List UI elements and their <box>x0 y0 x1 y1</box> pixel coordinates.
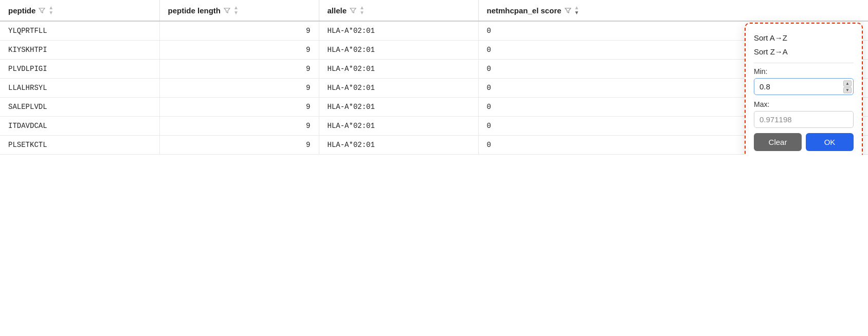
filter-popup: Sort A→Z Sort Z→A Min: ▲ ▼ Max: Clear OK <box>745 23 863 155</box>
table-row: LLALHRSYL 9 HLA-A*02:01 0 <box>0 79 868 98</box>
table-row: YLQPRTFLL 9 HLA-A*02:01 0 <box>0 21 868 41</box>
table-body: YLQPRTFLL 9 HLA-A*02:01 0 KIYSKHTPI 9 HL… <box>0 21 868 155</box>
max-input-wrapper <box>754 111 854 128</box>
table-row: PLSETKCTL 9 HLA-A*02:01 0 <box>0 136 868 155</box>
table-row: PLVDLPIGI 9 HLA-A*02:01 0 <box>0 60 868 79</box>
sort-down-length[interactable]: ▼ <box>233 10 239 15</box>
cell-allele: HLA-A*02:01 <box>319 60 478 79</box>
col-label-score: netmhcpan_el score <box>487 6 562 15</box>
cell-allele: HLA-A*02:01 <box>319 21 478 41</box>
min-input-wrapper: ▲ ▼ <box>754 78 854 95</box>
cell-allele: HLA-A*02:01 <box>319 98 478 117</box>
spin-up-button[interactable]: ▲ <box>843 80 852 86</box>
sort-arrows-allele[interactable]: ▲ ▼ <box>359 5 365 15</box>
cell-allele: HLA-A*02:01 <box>319 136 478 155</box>
col-header-score: netmhcpan_el score ▲ ▼ <box>478 0 868 21</box>
col-header-length: peptide length ▲ ▼ <box>159 0 319 21</box>
data-table: peptide ▲ ▼ peptide l <box>0 0 868 155</box>
cell-allele: HLA-A*02:01 <box>319 79 478 98</box>
spin-down-button[interactable]: ▼ <box>843 87 852 93</box>
cell-peptide: PLSETKCTL <box>0 136 159 155</box>
cell-length: 9 <box>159 60 319 79</box>
col-label-length: peptide length <box>168 6 221 15</box>
filter-icon-peptide[interactable] <box>39 7 45 14</box>
min-spin-buttons: ▲ ▼ <box>843 80 852 93</box>
sort-down-score[interactable]: ▼ <box>574 10 580 15</box>
col-header-peptide: peptide ▲ ▼ <box>0 0 159 21</box>
sort-arrows-length[interactable]: ▲ ▼ <box>233 5 239 15</box>
table-header-row: peptide ▲ ▼ peptide l <box>0 0 868 21</box>
col-label-peptide: peptide <box>8 6 35 15</box>
cell-peptide: YLQPRTFLL <box>0 21 159 41</box>
popup-divider <box>754 63 854 63</box>
cell-length: 9 <box>159 136 319 155</box>
cell-peptide: KIYSKHTPI <box>0 41 159 60</box>
cell-peptide: SALEPLVDL <box>0 98 159 117</box>
sort-arrows-peptide[interactable]: ▲ ▼ <box>48 5 53 15</box>
table-row: SALEPLVDL 9 HLA-A*02:01 0 <box>0 98 868 117</box>
cell-allele: HLA-A*02:01 <box>319 41 478 60</box>
col-header-allele: allele ▲ ▼ <box>319 0 478 21</box>
cell-peptide: ITDAVDCAL <box>0 117 159 136</box>
cell-allele: HLA-A*02:01 <box>319 117 478 136</box>
ok-button[interactable]: OK <box>806 133 854 151</box>
cell-length: 9 <box>159 79 319 98</box>
table-row: KIYSKHTPI 9 HLA-A*02:01 0 <box>0 41 868 60</box>
sort-za-option[interactable]: Sort Z→A <box>754 45 854 59</box>
table-row: ITDAVDCAL 9 HLA-A*02:01 0 <box>0 117 868 136</box>
filter-icon-length[interactable] <box>224 7 230 14</box>
cell-length: 9 <box>159 21 319 41</box>
filter-icon-allele[interactable] <box>350 7 356 14</box>
sort-down-allele[interactable]: ▼ <box>359 10 365 15</box>
filter-icon-score[interactable] <box>565 7 571 14</box>
cell-length: 9 <box>159 117 319 136</box>
min-label: Min: <box>754 67 854 76</box>
min-input[interactable] <box>754 78 854 95</box>
clear-button[interactable]: Clear <box>754 133 802 151</box>
max-input[interactable] <box>754 111 854 128</box>
table-container: peptide ▲ ▼ peptide l <box>0 0 868 155</box>
cell-length: 9 <box>159 41 319 60</box>
cell-length: 9 <box>159 98 319 117</box>
cell-peptide: LLALHRSYL <box>0 79 159 98</box>
sort-arrows-score[interactable]: ▲ ▼ <box>574 5 580 15</box>
popup-buttons: Clear OK <box>754 133 854 151</box>
sort-down-peptide[interactable]: ▼ <box>48 10 53 15</box>
cell-peptide: PLVDLPIGI <box>0 60 159 79</box>
max-label: Max: <box>754 100 854 108</box>
col-label-allele: allele <box>328 6 347 15</box>
sort-az-option[interactable]: Sort A→Z <box>754 31 854 45</box>
